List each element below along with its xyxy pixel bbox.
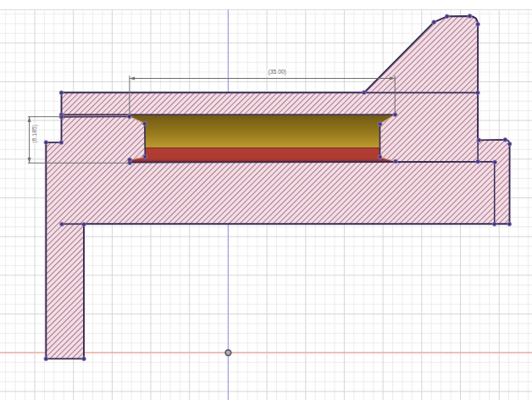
svg-text:(6.185): (6.185): [31, 125, 38, 143]
svg-text:(35.00): (35.00): [268, 69, 286, 75]
